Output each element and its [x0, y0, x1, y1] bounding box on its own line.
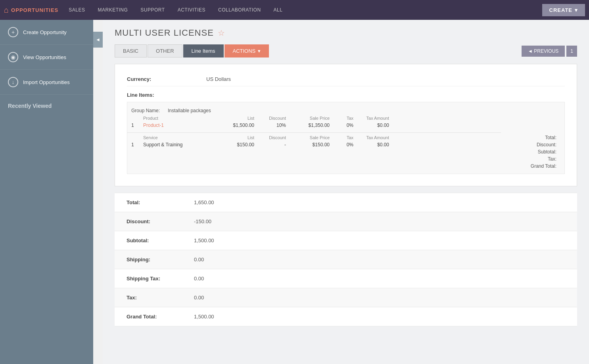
- summary-shipping-tax-row: Shipping Tax: 0.00: [115, 269, 577, 288]
- create-label: CREATE: [549, 7, 572, 13]
- create-button[interactable]: CREATE ▾: [542, 4, 585, 16]
- summary-grand-total-label: Grand Total:: [115, 314, 194, 320]
- nav-items: SALES MARKETING SUPPORT ACTIVITIES COLLA…: [62, 0, 542, 20]
- summary-discount-row: Discount: -150.00: [115, 212, 577, 231]
- group-name-row: Group Name: Installable packages: [127, 106, 501, 115]
- sidebar-collapse-button[interactable]: ◄: [93, 32, 103, 48]
- service-tax-amount-header: Tax Amount: [353, 135, 389, 140]
- home-icon: ⌂: [4, 6, 9, 15]
- previous-button[interactable]: ◄ PREVIOUS: [522, 46, 565, 57]
- row2-name: Support & Training: [143, 142, 215, 148]
- tab-nav-right: ◄ PREVIOUS 1: [522, 46, 577, 57]
- summary-shipping-label: Shipping:: [115, 257, 194, 262]
- service-list-header: List: [215, 135, 254, 140]
- row2-tax-amount: $0.00: [353, 142, 389, 148]
- summary-shipping-row: Shipping: 0.00: [115, 250, 577, 269]
- nav-item-all[interactable]: ALL: [267, 0, 289, 20]
- summary-subtotal-row: Subtotal: 1,500.00: [115, 231, 577, 250]
- plus-icon: +: [8, 27, 18, 37]
- tabs-bar: BASIC OTHER Line Items ACTIONS ▾ ◄ PREVI…: [103, 44, 589, 57]
- row1-sale-price: $1,350.00: [286, 123, 330, 128]
- sidebar-item-create-opportunity[interactable]: + Create Opportunity: [0, 20, 93, 45]
- summary-tax-label: Tax:: [115, 295, 194, 301]
- sidebar-item-import-label: Import Opportunities: [23, 79, 70, 85]
- right-tax-label: Tax:: [501, 155, 556, 163]
- qty-col-header: [131, 116, 143, 121]
- sidebar-item-view-label: View Opportunities: [23, 54, 66, 60]
- row1-discount: 10%: [254, 123, 286, 128]
- currency-label: Currency:: [127, 76, 206, 82]
- summary-tax-value: 0.00: [194, 295, 577, 301]
- sidebar-item-view-opportunities[interactable]: ◉ View Opportunities: [0, 45, 93, 70]
- right-discount-label: Discount:: [501, 141, 556, 148]
- row1-qty: 1: [131, 123, 143, 128]
- row2-sale-price: $150.00: [286, 142, 330, 148]
- line-items-container: Group Name: Installable packages Product…: [127, 102, 565, 174]
- page-number: 1: [566, 46, 577, 57]
- row1-product: Product-1: [143, 123, 215, 128]
- product-data-row: 1 Product-1 $1,500.00 10% $1,350.00 0% $…: [127, 121, 501, 129]
- summary-total-row: Total: 1,650.00: [115, 193, 577, 212]
- tax-amount-col-header: Tax Amount: [353, 116, 389, 121]
- page-title-text: MULTI USER LICENSE: [115, 28, 214, 38]
- row1-tax: 0%: [330, 123, 353, 128]
- dropdown-arrow-icon: ▾: [575, 7, 578, 13]
- list-col-header: List: [215, 116, 254, 121]
- main-layout: + Create Opportunity ◉ View Opportunitie…: [0, 20, 589, 364]
- nav-item-marketing[interactable]: MARKETING: [91, 0, 134, 20]
- summary-discount-value: -150.00: [194, 218, 577, 224]
- tab-line-items[interactable]: Line Items: [183, 44, 224, 57]
- currency-value: US Dollars: [206, 76, 565, 82]
- product-1-link[interactable]: Product-1: [143, 123, 164, 128]
- service-sale-price-header: Sale Price: [286, 135, 330, 140]
- star-icon[interactable]: ☆: [218, 28, 225, 38]
- summary-total-value: 1,650.00: [194, 199, 577, 205]
- summary-grand-total-value: 1,500.00: [194, 314, 577, 320]
- summary-discount-label: Discount:: [115, 218, 194, 224]
- nav-item-collaboration[interactable]: COLLABORATION: [212, 0, 267, 20]
- tab-other[interactable]: OTHER: [148, 44, 182, 57]
- right-total-label: Total:: [501, 134, 556, 141]
- row2-list: $150.00: [215, 142, 254, 148]
- actions-label: ACTIONS: [233, 48, 256, 54]
- recently-viewed-title: Recently Viewed: [0, 95, 93, 112]
- nav-logo[interactable]: ⌂ OPPORTUNITIES: [4, 6, 58, 15]
- summary-total-label: Total:: [115, 199, 194, 205]
- tax-col-header: Tax: [330, 116, 353, 121]
- discount-col-header: Discount: [254, 116, 286, 121]
- summary-subtotal-label: Subtotal:: [115, 238, 194, 243]
- summary-subtotal-value: 1,500.00: [194, 238, 577, 243]
- service-discount-header: Discount: [254, 135, 286, 140]
- actions-dropdown-icon: ▾: [258, 48, 261, 54]
- nav-item-sales[interactable]: SALES: [62, 0, 91, 20]
- nav-item-support[interactable]: SUPPORT: [134, 0, 171, 20]
- right-grand-total-label: Grand Total:: [501, 163, 556, 170]
- summary-grand-total-row: Grand Total: 1,500.00: [115, 307, 577, 326]
- product-col-header: Product: [143, 116, 215, 121]
- group-name-value: Installable packages: [168, 108, 211, 113]
- tab-actions[interactable]: ACTIONS ▾: [224, 44, 269, 57]
- sale-price-col-header: Sale Price: [286, 116, 330, 121]
- row1-tax-amount: $0.00: [353, 123, 389, 128]
- content-area: MULTI USER LICENSE ☆ BASIC OTHER Line It…: [103, 20, 589, 364]
- service-tax-header: Tax: [330, 135, 353, 140]
- summary-shipping-tax-value: 0.00: [194, 276, 577, 282]
- group-name-label: Group Name:: [131, 108, 160, 113]
- row2-qty: 1: [131, 142, 143, 148]
- row2-tax: 0%: [330, 142, 353, 148]
- sidebar-item-import-opportunities[interactable]: ↓ Import Opportunities: [0, 70, 93, 95]
- service-data-row: 1 Support & Training $150.00 - $150.00 0…: [127, 141, 501, 149]
- sidebar: + Create Opportunity ◉ View Opportunitie…: [0, 20, 93, 364]
- download-icon: ↓: [8, 77, 18, 87]
- page-title: MULTI USER LICENSE ☆: [115, 28, 577, 38]
- row2-discount: -: [254, 142, 286, 148]
- nav-item-activities[interactable]: ACTIVITIES: [171, 0, 212, 20]
- tab-basic[interactable]: BASIC: [115, 44, 147, 57]
- summary-shipping-value: 0.00: [194, 257, 577, 262]
- line-items-header: Line Items:: [127, 86, 565, 102]
- eye-icon: ◉: [8, 52, 18, 62]
- sidebar-item-create-label: Create Opportunity: [23, 29, 67, 35]
- service-type-header: Service: [143, 135, 215, 140]
- nav-brand: OPPORTUNITIES: [11, 7, 58, 13]
- top-nav: ⌂ OPPORTUNITIES SALES MARKETING SUPPORT …: [0, 0, 589, 20]
